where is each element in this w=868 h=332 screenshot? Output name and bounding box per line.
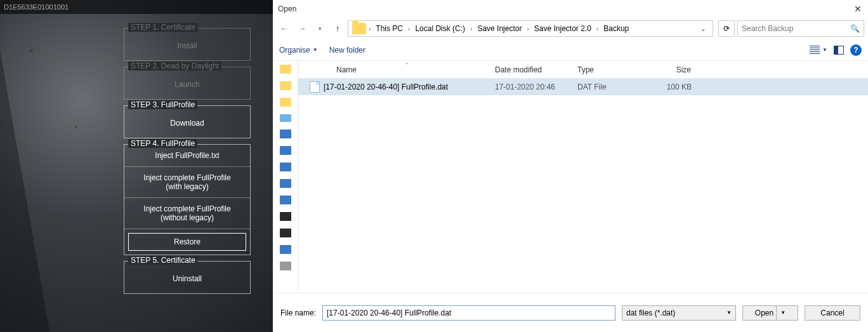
sort-indicator-icon: ⌃ xyxy=(405,62,409,68)
column-headers: ⌃ Name Date modified Type Size xyxy=(298,61,868,79)
file-date: 17-01-2020 20:46 xyxy=(489,83,571,91)
organise-label: Organise xyxy=(279,46,310,55)
col-type[interactable]: Type xyxy=(571,65,647,74)
drive-icon[interactable] xyxy=(280,163,291,171)
chevron-right-icon[interactable]: › xyxy=(527,25,529,32)
cancel-button[interactable]: Cancel xyxy=(805,305,860,321)
view-list-icon xyxy=(810,46,820,55)
step-legend: STEP 3. FullProfile xyxy=(128,100,197,109)
chevron-right-icon[interactable]: › xyxy=(470,25,472,32)
app-titlebar: D1E5633E01001001 xyxy=(0,0,273,14)
drive-icon[interactable] xyxy=(280,262,291,270)
crumb-save-injector[interactable]: Save Injector xyxy=(473,23,525,34)
folder-icon xyxy=(352,23,366,34)
col-name[interactable]: Name xyxy=(298,65,489,74)
open-split-dropdown[interactable]: ▼ xyxy=(776,306,786,320)
step-legend: STEP 4. FullProfile xyxy=(128,139,197,148)
restore-button[interactable]: Restore xyxy=(128,233,246,251)
nav-row: ← → ▾ ↑ › This PC › Local Disk (C:) › Sa… xyxy=(273,18,868,39)
file-name: [17-01-2020 20-46-40] FullProfile.dat xyxy=(324,83,448,91)
search-placeholder: Search Backup xyxy=(742,24,793,33)
chevron-down-icon: ▼ xyxy=(313,47,318,53)
open-dialog: Open ✕ ← → ▾ ↑ › This PC › Local Disk (C… xyxy=(273,0,868,332)
bottom-bar: File name: dat files (*.dat) ▼ Open ▼ Ca… xyxy=(273,293,868,332)
uninstall-button[interactable]: Uninstall xyxy=(128,270,246,287)
install-button[interactable]: Install xyxy=(128,37,246,54)
forward-button[interactable]: → xyxy=(294,21,310,36)
refresh-button[interactable]: ⟳ xyxy=(718,20,735,37)
open-button-label: Open xyxy=(755,309,773,317)
chevron-right-icon[interactable]: › xyxy=(369,25,371,32)
folder-icon[interactable] xyxy=(280,98,291,107)
navigation-pane[interactable] xyxy=(273,61,298,293)
organise-menu[interactable]: Organise ▼ xyxy=(279,46,318,55)
close-icon[interactable]: ✕ xyxy=(854,4,862,14)
file-list-pane: ⌃ Name Date modified Type Size [17-01-20… xyxy=(298,61,868,293)
step-legend: STEP 1. Certificate xyxy=(128,23,198,32)
filename-input[interactable] xyxy=(322,305,615,321)
app-title: D1E5633E01001001 xyxy=(4,3,69,11)
download-button[interactable]: Download xyxy=(128,115,246,131)
step-legend: STEP 2. Dead by Daylight xyxy=(128,62,221,70)
step-1-certificate: STEP 1. Certificate Install xyxy=(124,28,251,61)
file-size: 100 KB xyxy=(647,83,698,91)
folder-icon[interactable] xyxy=(280,65,291,74)
crumb-this-pc[interactable]: This PC xyxy=(372,23,407,34)
crumb-backup[interactable]: Backup xyxy=(600,23,633,34)
chevron-right-icon[interactable]: › xyxy=(408,25,410,32)
back-button[interactable]: ← xyxy=(277,21,292,36)
step-4-fullprofile: STEP 4. FullProfile Inject FullProfile.t… xyxy=(124,144,251,255)
step-5-certificate: STEP 5. Certificate Uninstall xyxy=(124,261,251,294)
recent-dropdown[interactable]: ▾ xyxy=(312,21,327,36)
view-menu[interactable]: ▼ xyxy=(810,46,827,55)
inject-without-legacy-button[interactable]: Inject complete FullProfile (without leg… xyxy=(124,198,250,229)
chevron-right-icon[interactable]: › xyxy=(596,25,598,32)
crumb-save-injector-2[interactable]: Save Injector 2.0 xyxy=(530,23,595,34)
breadcrumb-bar[interactable]: › This PC › Local Disk (C:) › Save Injec… xyxy=(348,20,713,37)
crumb-dropdown[interactable]: ⌄ xyxy=(696,24,710,33)
drive-icon[interactable] xyxy=(280,129,291,138)
file-rows: [17-01-2020 20-46-40] FullProfile.dat 17… xyxy=(298,79,868,293)
steps-container: STEP 1. Certificate Install STEP 2. Dead… xyxy=(124,28,251,300)
drive-icon[interactable] xyxy=(280,179,291,188)
crumb-local-disk[interactable]: Local Disk (C:) xyxy=(411,23,469,34)
this-pc-icon[interactable] xyxy=(280,114,291,122)
search-input[interactable]: Search Backup 🔍 xyxy=(737,20,864,37)
up-button[interactable]: ↑ xyxy=(330,21,345,36)
open-button[interactable]: Open ▼ xyxy=(742,305,798,321)
step-3-fullprofile: STEP 3. FullProfile Download xyxy=(124,105,251,138)
filetype-select[interactable]: dat files (*.dat) ▼ xyxy=(622,305,736,321)
file-icon xyxy=(310,81,320,93)
step-2-dbd: STEP 2. Dead by Daylight Launch xyxy=(124,67,251,100)
launch-button[interactable]: Launch xyxy=(128,76,246,93)
dialog-title: Open xyxy=(278,4,296,13)
new-folder-button[interactable]: New folder xyxy=(329,46,365,55)
inject-txt-button[interactable]: Inject FullProfile.txt xyxy=(124,145,250,167)
toolbar: Organise ▼ New folder ▼ ? xyxy=(273,39,868,61)
drive-icon[interactable] xyxy=(280,212,291,221)
dialog-body: ⌃ Name Date modified Type Size [17-01-20… xyxy=(273,61,868,293)
drive-icon[interactable] xyxy=(280,146,291,155)
chevron-down-icon: ▼ xyxy=(727,310,732,315)
folder-icon[interactable] xyxy=(280,81,291,90)
step-legend: STEP 5. Certificate xyxy=(128,256,198,265)
file-row[interactable]: [17-01-2020 20-46-40] FullProfile.dat 17… xyxy=(298,79,868,95)
drive-icon[interactable] xyxy=(280,196,291,204)
filetype-value: dat files (*.dat) xyxy=(626,309,675,317)
cancel-button-label: Cancel xyxy=(820,309,844,317)
chevron-down-icon: ▼ xyxy=(822,47,827,53)
search-icon: 🔍 xyxy=(850,24,860,33)
drive-icon[interactable] xyxy=(280,229,291,237)
inject-with-legacy-button[interactable]: Inject complete FullProfile (with legacy… xyxy=(124,167,250,198)
file-type: DAT File xyxy=(571,83,647,91)
filename-label: File name: xyxy=(280,309,316,317)
app-panel: D1E5633E01001001 STEP 1. Certificate Ins… xyxy=(0,0,273,332)
dialog-titlebar: Open ✕ xyxy=(273,0,868,18)
help-icon[interactable]: ? xyxy=(850,44,862,56)
network-icon[interactable] xyxy=(280,245,291,254)
col-size[interactable]: Size xyxy=(647,65,698,74)
preview-pane-toggle[interactable] xyxy=(834,46,844,55)
col-date[interactable]: Date modified xyxy=(489,65,571,74)
